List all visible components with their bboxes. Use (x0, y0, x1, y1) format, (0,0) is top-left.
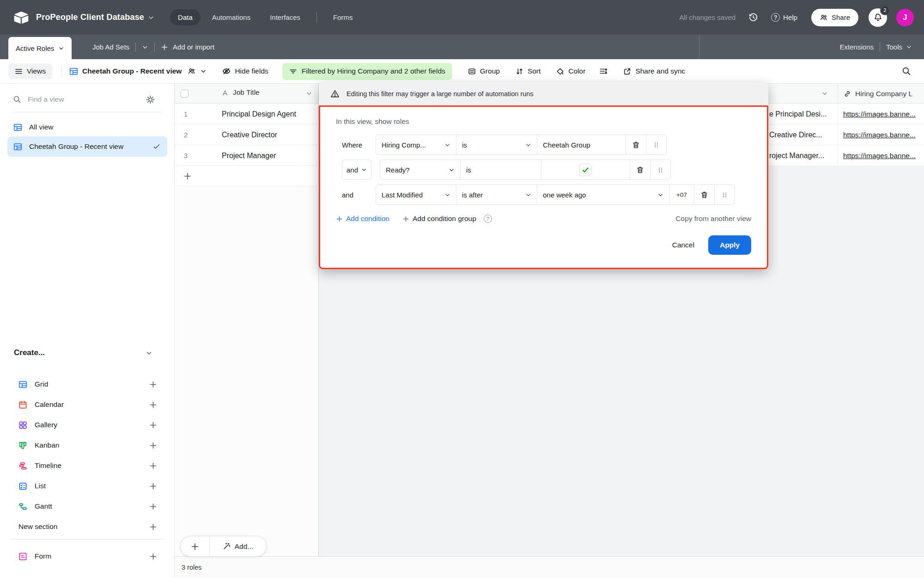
automation-warning-banner: Editing this filter may trigger a large … (319, 82, 768, 105)
table-tab-job-ad-sets[interactable]: Job Ad Sets (92, 43, 129, 51)
cell-url[interactable]: https://images.banne... (838, 104, 924, 124)
sidebar-view-all[interactable]: All view (7, 117, 167, 137)
drag-dots-icon (657, 166, 664, 173)
gear-icon[interactable] (146, 95, 155, 104)
tab-interfaces[interactable]: Interfaces (262, 9, 308, 25)
field-dropdown[interactable]: Hiring Comp... (376, 135, 456, 154)
extensions-button[interactable]: Extensions (840, 43, 874, 51)
create-form-item[interactable]: Form (0, 546, 175, 566)
checked-checkbox-icon[interactable] (579, 164, 592, 176)
drag-condition-handle[interactable] (714, 185, 735, 204)
chevron-down-icon (525, 192, 531, 198)
drag-condition-handle[interactable] (650, 160, 670, 179)
field-dropdown[interactable]: Ready? (380, 160, 460, 179)
column-menu-chevron-icon[interactable] (306, 90, 312, 97)
history-icon[interactable] (748, 12, 758, 22)
airtable-app: ProPeople Client Database Data Automatio… (0, 0, 924, 578)
color-button[interactable]: Color (556, 67, 585, 75)
row-height-button[interactable] (599, 67, 608, 75)
add-view-plus-icon[interactable] (149, 503, 157, 510)
tab-forms[interactable]: Forms (325, 9, 361, 25)
collapse-create-chevron-icon[interactable] (146, 350, 152, 357)
add-view-plus-icon[interactable] (149, 553, 157, 560)
add-with-ai-button[interactable]: Add... (210, 536, 266, 556)
filter-button[interactable]: Filtered by Hiring Company and 2 other f… (282, 63, 452, 80)
help-button[interactable]: ? Help (771, 13, 797, 22)
delete-condition-button[interactable] (626, 135, 646, 154)
select-all-checkbox[interactable] (181, 90, 188, 98)
tab-data[interactable]: Data (170, 9, 201, 25)
add-view-plus-icon[interactable] (149, 442, 157, 449)
add-row-button[interactable] (175, 166, 318, 186)
share-button[interactable]: Share (811, 9, 858, 26)
delete-condition-button[interactable] (630, 160, 650, 179)
tools-chevron-icon[interactable] (906, 44, 912, 50)
field-dropdown[interactable]: Last Modified (376, 185, 456, 204)
eye-slash-icon (222, 67, 231, 75)
tools-button[interactable]: Tools (886, 43, 902, 51)
condition-join-dropdown[interactable]: and (342, 160, 371, 180)
operator-dropdown[interactable]: is after (456, 185, 537, 204)
add-view-plus-icon[interactable] (149, 482, 157, 490)
add-view-plus-icon[interactable] (149, 462, 157, 470)
filter-dialog: Editing this filter may trigger a large … (319, 82, 768, 269)
airtable-logo-icon[interactable] (14, 11, 29, 24)
views-sidebar-toggle[interactable]: Views (8, 63, 52, 79)
operator-dropdown[interactable]: is (460, 160, 541, 179)
create-timeline-item[interactable]: Timeline (0, 455, 175, 476)
help-circle-icon[interactable]: ? (484, 215, 492, 223)
create-section-header[interactable]: Create... (14, 348, 161, 357)
add-condition-group-button[interactable]: Add condition group ? (402, 215, 492, 223)
create-calendar-item[interactable]: Calendar (0, 394, 175, 415)
notifications-button[interactable]: 2 (869, 8, 887, 27)
hide-fields-button[interactable]: Hide fields (222, 67, 268, 75)
current-view-button[interactable]: Cheetah Group - Recent view (69, 67, 207, 76)
add-or-import-button[interactable]: Add or import (161, 43, 214, 51)
grid-footer-bar: 3 roles (175, 556, 924, 578)
add-view-plus-icon[interactable] (149, 401, 157, 409)
base-title-chevron-icon[interactable] (148, 14, 154, 21)
create-list-item[interactable]: List (0, 476, 175, 496)
search-icon[interactable] (902, 67, 911, 76)
timezone-offset[interactable]: +07 (669, 185, 694, 204)
find-view-input[interactable] (28, 95, 125, 104)
create-gantt-item[interactable]: Gantt (0, 496, 175, 517)
add-record-button[interactable] (181, 536, 209, 556)
create-new-section-item[interactable]: New section (0, 517, 175, 537)
kanban-view-icon (18, 441, 28, 450)
share-and-sync-button[interactable]: Share and sync (623, 67, 685, 75)
tab-automations[interactable]: Automations (204, 9, 258, 25)
operator-dropdown[interactable]: is (456, 135, 537, 154)
expand-tables-chevron-icon[interactable] (142, 44, 148, 50)
avatar[interactable]: J (896, 9, 914, 26)
apply-button[interactable]: Apply (708, 235, 751, 255)
cell-job-title[interactable]: Principal Design Agent (222, 104, 296, 124)
cell-url[interactable]: https://images.banne... (838, 145, 924, 166)
trash-icon (636, 166, 644, 174)
cell-job-title[interactable]: Creative Director (222, 124, 277, 145)
group-button[interactable]: Group (468, 67, 500, 75)
date-value-dropdown[interactable]: one week ago (537, 185, 669, 204)
add-view-plus-icon[interactable] (149, 421, 157, 429)
base-title[interactable]: ProPeople Client Database (36, 12, 144, 22)
sidebar-view-cheetah-group[interactable]: Cheetah Group - Recent view (7, 136, 167, 157)
checkbox-value[interactable] (541, 160, 630, 179)
sort-button[interactable]: Sort (516, 67, 541, 75)
column-header-job-title[interactable]: Job Title (233, 88, 260, 97)
create-grid-item[interactable]: Grid (0, 374, 175, 394)
cell-url[interactable]: https://images.banne... (838, 124, 924, 145)
create-kanban-item[interactable]: Kanban (0, 435, 175, 455)
add-view-plus-icon[interactable] (149, 381, 157, 388)
add-section-plus-icon[interactable] (149, 523, 157, 531)
column-header-hiring-company-link[interactable]: Hiring Company L (838, 84, 924, 104)
add-condition-button[interactable]: Add condition (336, 215, 389, 223)
table-tab-active-roles[interactable]: Active Roles (8, 37, 72, 59)
copy-from-another-view-button[interactable]: Copy from another view (675, 215, 751, 223)
value-input[interactable]: Cheetah Group (537, 135, 626, 154)
delete-condition-button[interactable] (694, 185, 714, 204)
drag-condition-handle[interactable] (646, 135, 666, 154)
column-menu-chevron-icon[interactable] (821, 90, 828, 97)
cancel-button[interactable]: Cancel (672, 241, 694, 249)
create-gallery-item[interactable]: Gallery (0, 415, 175, 435)
cell-job-title[interactable]: Project Manager (222, 145, 276, 166)
